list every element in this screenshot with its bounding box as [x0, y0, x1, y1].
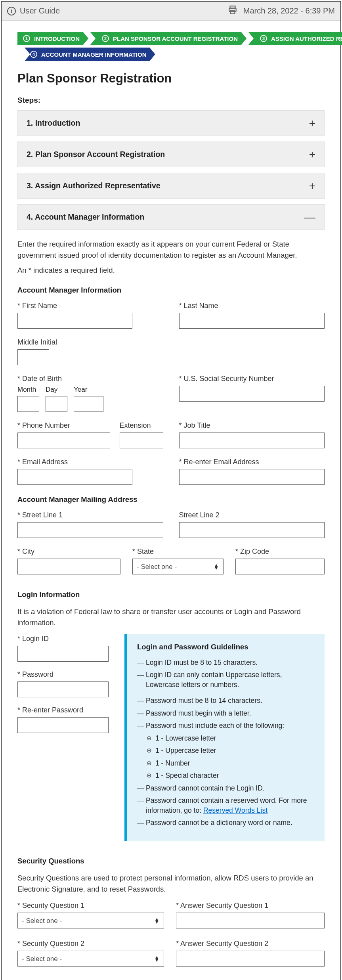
dob-label: Date of Birth: [17, 375, 163, 383]
guidelines-title: Login and Password Guidelines: [137, 643, 314, 651]
first-name-label: First Name: [17, 302, 163, 310]
wizard-progress: 1INTRODUCTION 2PLAN SPONSOR ACCOUNT REGI…: [17, 32, 325, 61]
accordion-account-manager[interactable]: 4. Account Manager Information —: [17, 204, 325, 230]
dob-day-label: Day: [46, 386, 67, 394]
login-id-input[interactable]: [17, 646, 109, 662]
city-input[interactable]: [17, 559, 120, 574]
sqa2-input[interactable]: [176, 951, 325, 967]
section-login: Login Information: [17, 590, 325, 599]
sqa2-label: Answer Security Question 2: [176, 940, 325, 948]
expand-icon: +: [309, 183, 315, 189]
accordion-title: 2. Plan Sponsor Account Registration: [27, 150, 309, 159]
job-title-label: Job Title: [179, 421, 325, 430]
street1-label: Street Line 1: [17, 511, 163, 519]
print-icon[interactable]: [227, 5, 238, 17]
reemail-label: Re-enter Email Address: [179, 458, 325, 466]
section-mailing-address: Account Manager Mailing Address: [17, 495, 325, 504]
guideline-subitem: 1 - Number: [137, 758, 314, 768]
dob-year-label: Year: [74, 386, 103, 394]
expand-icon: +: [309, 121, 315, 126]
guideline-item: Password must be 8 to 14 characters.: [137, 696, 314, 706]
dob-month-input[interactable]: [17, 396, 39, 412]
city-label: City: [17, 547, 120, 556]
guideline-item: Password must begin with a letter.: [137, 708, 314, 718]
street2-label: Street Line 2: [179, 511, 325, 519]
dob-year-input[interactable]: [74, 396, 103, 412]
accordion-plan-sponsor[interactable]: 2. Plan Sponsor Account Registration +: [17, 142, 325, 167]
reemail-input[interactable]: [179, 469, 325, 485]
ssn-label: U.S. Social Security Number: [179, 375, 325, 383]
guideline-subitem: 1 - Uppercase letter: [137, 746, 314, 756]
accordion-title: 1. Introduction: [27, 119, 309, 128]
guideline-item: Password cannot contain a reserved word.…: [137, 796, 314, 815]
sq2-select[interactable]: - Select one -: [17, 951, 164, 967]
expand-icon: +: [309, 152, 315, 157]
info-icon: i: [7, 7, 16, 15]
repassword-input[interactable]: [17, 717, 109, 733]
intro-text: Enter the required information exactly a…: [17, 239, 325, 261]
wizard-step-4[interactable]: 4ACCOUNT MANAGER INFORMATION: [25, 48, 155, 61]
required-hint: An * indicates a required field.: [17, 265, 325, 276]
accordion-introduction[interactable]: 1. Introduction +: [17, 110, 325, 136]
accordion-title: 3. Assign Authorized Representative: [27, 181, 309, 190]
sqa1-input[interactable]: [176, 913, 325, 928]
wizard-step-2[interactable]: 2PLAN SPONSOR ACCOUNT REGISTRATION: [90, 32, 246, 45]
guideline-item: Login ID must be 8 to 15 characters.: [137, 658, 314, 668]
state-select[interactable]: - Select one -: [132, 559, 224, 574]
guideline-item: Password cannot contain the Login ID.: [137, 783, 314, 793]
reserved-words-link[interactable]: Reserved Words List: [203, 806, 267, 814]
login-violation-text: It is a violation of Federal law to shar…: [17, 606, 325, 628]
job-title-input[interactable]: [179, 433, 325, 448]
user-guide-link[interactable]: User Guide: [20, 6, 60, 15]
timestamp-label: March 28, 2022 - 6:39 PM: [243, 6, 335, 15]
section-security-questions: Security Questions: [17, 857, 325, 865]
guidelines-panel: Login and Password Guidelines Login ID m…: [124, 634, 325, 841]
wizard-step-3[interactable]: 3ASSIGN AUTHORIZED REPRESENTATIVE: [248, 32, 342, 45]
app-frame: i User Guide March 28, 2022 - 6:39 PM 1I…: [1, 1, 341, 980]
street1-input[interactable]: [17, 522, 163, 538]
continue-instruction: Select the Continue button to proceed wi…: [17, 978, 325, 980]
guideline-subitem: 1 - Lowercase letter: [137, 733, 314, 743]
login-id-label: Login ID: [17, 635, 109, 643]
main-content: 1INTRODUCTION 2PLAN SPONSOR ACCOUNT REGI…: [2, 21, 340, 980]
extension-input[interactable]: [120, 433, 163, 448]
password-input[interactable]: [17, 681, 109, 697]
email-label: Email Address: [17, 458, 163, 466]
middle-initial-label: Middle Initial: [17, 338, 325, 346]
state-label: State: [132, 547, 224, 556]
sq-description: Security Questions are used to protect p…: [17, 873, 325, 895]
password-label: Password: [17, 670, 109, 679]
sqa1-label: Answer Security Question 1: [176, 902, 325, 910]
street2-input[interactable]: [179, 522, 325, 538]
extension-label: Extension: [120, 421, 163, 430]
guideline-item: Password cannot be a dictionary word or …: [137, 818, 314, 828]
ssn-input[interactable]: [179, 386, 325, 402]
middle-initial-input[interactable]: [17, 349, 49, 365]
email-input[interactable]: [17, 469, 132, 485]
sq1-label: Security Question 1: [17, 902, 164, 910]
zip-input[interactable]: [235, 559, 325, 574]
last-name-input[interactable]: [179, 313, 325, 329]
phone-input[interactable]: [17, 433, 110, 448]
first-name-input[interactable]: [17, 313, 132, 329]
last-name-label: Last Name: [179, 302, 325, 310]
dob-month-label: Month: [17, 386, 39, 394]
dob-day-input[interactable]: [46, 396, 67, 412]
accordion-assign-rep[interactable]: 3. Assign Authorized Representative +: [17, 173, 325, 199]
page-title: Plan Sponsor Registration: [17, 71, 325, 86]
repassword-label: Re-enter Password: [17, 706, 109, 714]
guideline-subitem: 1 - Special character: [137, 771, 314, 781]
sq2-label: Security Question 2: [17, 940, 164, 948]
zip-label: Zip Code: [235, 547, 325, 556]
phone-label: Phone Number: [17, 421, 110, 430]
collapse-icon: —: [304, 214, 315, 220]
sq1-select[interactable]: - Select one -: [17, 913, 164, 928]
section-account-manager-info: Account Manager Information: [17, 286, 325, 295]
topbar: i User Guide March 28, 2022 - 6:39 PM: [2, 2, 340, 21]
guideline-item: Password must include each of the follow…: [137, 721, 314, 731]
steps-label: Steps:: [17, 96, 325, 105]
wizard-step-1[interactable]: 1INTRODUCTION: [17, 32, 88, 45]
accordion-title: 4. Account Manager Information: [27, 212, 304, 222]
guideline-item: Login ID can only contain Uppercase lett…: [137, 670, 314, 689]
